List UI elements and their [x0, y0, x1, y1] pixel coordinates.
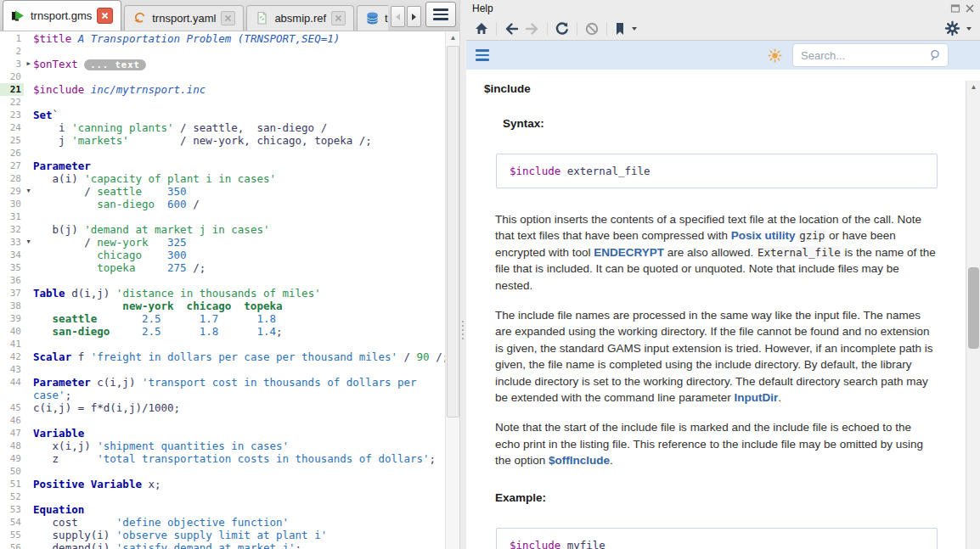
code-line[interactable]: 29▼ / seattle 350 [0, 185, 445, 198]
line-number: 41 [0, 338, 24, 350]
code-line[interactable]: 32 b(j) 'demand at market j in cases' [0, 223, 445, 236]
tab-scroll-left-button[interactable] [391, 6, 405, 27]
reload-icon[interactable] [555, 21, 570, 36]
code-line[interactable]: 53Equation [0, 503, 445, 516]
code-line[interactable]: 51Positive Variable x; [0, 478, 445, 490]
code-line[interactable]: 49 z 'total transportation costs in thou… [0, 452, 445, 465]
tab-trnsport-gms[interactable]: trnsport.gms [3, 0, 121, 31]
fold-marker [24, 376, 33, 389]
code-line[interactable]: 55 supply(i) 'observe supply limit at pl… [0, 529, 445, 541]
line-number: 34 [0, 249, 24, 261]
code-line[interactable]: 34 chicago 300 [0, 249, 445, 261]
code-line[interactable]: 40 san-diego 2.5 1.8 1.4; [0, 325, 445, 338]
fold-marker [24, 465, 33, 478]
stop-icon[interactable] [584, 21, 600, 36]
editor-scrollbar[interactable]: ▲ [445, 31, 460, 549]
fold-marker[interactable]: ▼ [24, 236, 33, 249]
fold-marker [24, 210, 33, 223]
tab-scroll-right-button[interactable] [407, 6, 421, 27]
line-number: 21 [0, 83, 24, 96]
code-line[interactable]: 37Table d(i,j) 'distance in thousands of… [0, 287, 445, 300]
code-line[interactable]: 30 san-diego 600 / [0, 198, 445, 210]
tab-trnsport-gdx[interactable]: trnsport.g [357, 5, 388, 31]
tab-close-button[interactable] [331, 11, 346, 25]
example-label: Example: [495, 491, 966, 504]
code-line[interactable]: 54 cost 'define objective function' [0, 516, 445, 529]
tab-close-button[interactable] [97, 8, 113, 24]
tab-close-button[interactable] [221, 11, 235, 25]
code-line[interactable]: 3▶$onText ... text [0, 58, 445, 70]
code-line[interactable]: 36 [0, 274, 445, 287]
settings-dropdown-caret[interactable] [966, 27, 972, 31]
code-line[interactable]: 20 [0, 70, 445, 83]
code-line[interactable]: 28 a(i) 'capacity of plant i in cases' [0, 172, 445, 185]
tab-trnsport-yaml[interactable]: trnsport.yaml [124, 5, 244, 31]
search-icon[interactable] [930, 49, 942, 61]
doc-link[interactable]: Posix utility [731, 229, 796, 242]
code-line[interactable]: 52 [0, 490, 445, 503]
home-icon[interactable] [474, 21, 489, 36]
code-line[interactable]: 31 [0, 210, 445, 223]
fold-marker [24, 325, 33, 338]
code-line[interactable]: case'; [0, 389, 445, 401]
fold-marker [24, 414, 33, 427]
doc-link[interactable]: $offInclude [549, 454, 610, 467]
bookmark-dropdown-caret[interactable] [632, 27, 637, 31]
line-number: 24 [0, 121, 24, 134]
code-line[interactable]: 48 x(i,j) 'shipment quantities in cases' [0, 440, 445, 452]
code-line[interactable]: 45c(i,j) = f*d(i,j)/1000; [0, 401, 445, 414]
code-line[interactable]: 56 demand(j) 'satisfy demand at market j… [0, 541, 445, 549]
code-line[interactable]: 39 seattle 2.5 1.7 1.8 [0, 312, 445, 325]
code-line[interactable]: 1$title A Transportation Problem (TRNSPO… [0, 32, 445, 45]
tab-label: absmip.ref [274, 12, 326, 25]
close-help-icon[interactable] [965, 3, 975, 14]
line-number: 46 [0, 414, 24, 427]
code-line[interactable]: 21$include inc/mytrnsport.inc [0, 83, 445, 96]
code-line[interactable]: 23Set` [0, 109, 445, 121]
code-line[interactable]: 25 j 'markets' / new-york, chicago, tope… [0, 134, 445, 147]
line-number: 52 [0, 490, 24, 503]
line-number: 54 [0, 516, 24, 529]
theme-sun-icon[interactable] [768, 48, 782, 63]
scrollbar-up-arrow[interactable]: ▲ [966, 81, 980, 93]
editor-pane: trnsport.gms trnsport.yaml [0, 0, 459, 549]
code-line[interactable]: 44Parameter c(i,j) 'transport cost in th… [0, 376, 445, 389]
code-line[interactable]: 42Scalar f 'freight in dollars per case … [0, 350, 445, 363]
fold-marker[interactable]: ▼ [24, 185, 33, 198]
code-line[interactable]: 47Variable [0, 427, 445, 440]
editor-scrollbar-thumb[interactable] [447, 46, 459, 417]
scrollbar-up-arrow[interactable]: ▲ [446, 31, 460, 44]
doc-link[interactable]: ENDECRYPT [594, 246, 664, 259]
code-line[interactable]: 27Parameter [0, 160, 445, 172]
doc-link[interactable]: InputDir [734, 391, 778, 404]
code-line[interactable]: 43 [0, 363, 445, 376]
bookmark-icon[interactable] [614, 21, 626, 36]
code-editor[interactable]: 1$title A Transportation Problem (TRNSPO… [0, 31, 445, 549]
contents-menu-icon[interactable] [474, 48, 491, 63]
tab-list-menu-button[interactable] [425, 2, 456, 27]
code-line[interactable]: 41 [0, 338, 445, 350]
code-line[interactable]: 22 [0, 96, 445, 109]
doc-heading: $include [484, 82, 966, 95]
fold-marker[interactable]: ▶ [24, 58, 33, 70]
gear-icon[interactable] [944, 20, 960, 36]
line-number: 44 [0, 376, 24, 389]
fold-marker [24, 427, 33, 440]
tab-absmip-ref[interactable]: absmip.ref [246, 5, 354, 31]
search-input[interactable] [799, 48, 930, 63]
code-line[interactable]: 50 [0, 465, 445, 478]
help-scrollbar-thumb[interactable] [968, 267, 979, 349]
fold-marker [24, 45, 33, 58]
code-line[interactable]: 24 i 'canning plants' / seattle, san-die… [0, 121, 445, 134]
float-window-icon[interactable] [950, 3, 960, 14]
code-line[interactable]: 2 [0, 45, 445, 58]
back-icon[interactable] [504, 21, 520, 36]
fold-collapsed-badge[interactable]: ... text [84, 59, 146, 70]
code-line[interactable]: 46 [0, 414, 445, 427]
forward-icon[interactable] [524, 21, 540, 36]
help-scrollbar[interactable]: ▲ [966, 81, 980, 549]
code-line[interactable]: 38 new-york chicago topeka [0, 300, 445, 312]
code-line[interactable]: 26 [0, 147, 445, 160]
code-line[interactable]: 33▼ / new-york 325 [0, 236, 445, 249]
code-line[interactable]: 35 topeka 275 /; [0, 261, 445, 274]
